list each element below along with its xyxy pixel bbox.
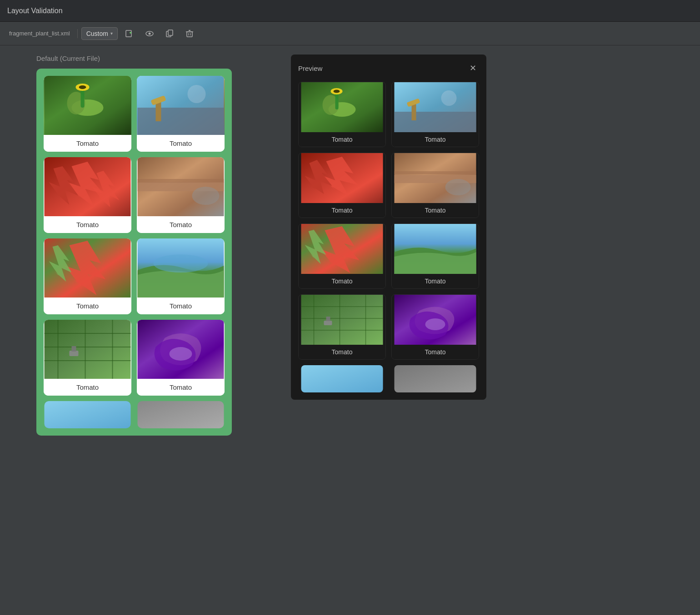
svg-rect-78 (324, 321, 332, 325)
svg-rect-65 (395, 171, 476, 174)
preview-partial-card (391, 365, 479, 392)
main-content: Default (Current File) (0, 45, 700, 615)
preview-close-button[interactable]: ✕ (466, 62, 479, 74)
telescope-image (137, 76, 225, 135)
preview-card-image (299, 224, 385, 274)
toolbar-divider (77, 29, 78, 38)
svg-rect-71 (301, 295, 383, 345)
svg-rect-29 (138, 179, 224, 183)
eye-button[interactable] (141, 26, 158, 41)
plant-card-label: Tomato (44, 298, 131, 314)
left-panel: Default (Current File) (36, 55, 273, 606)
plant-card-image (137, 238, 225, 298)
svg-point-59 (441, 90, 457, 106)
plant-card-image (137, 157, 225, 216)
plant-card-label: Tomato (44, 379, 131, 396)
preview-title: Preview (298, 64, 322, 72)
svg-rect-79 (326, 317, 330, 321)
plant-card-image (137, 320, 225, 379)
plant-card-label: Tomato (137, 298, 225, 314)
preview-card: Tomato (391, 223, 479, 289)
preview-card-image (392, 295, 479, 345)
delete-button[interactable] (181, 26, 198, 41)
plant-card-image (44, 76, 131, 135)
preview-card-label: Tomato (392, 345, 479, 359)
trash-icon (185, 29, 194, 38)
title-bar: Layout Validation (0, 0, 700, 22)
redleaves-image (44, 157, 131, 216)
partial-cards-row (44, 401, 225, 428)
plant-card: Tomato (44, 76, 131, 152)
purple-image (137, 320, 225, 379)
preview-card-image (392, 224, 479, 274)
plant-card-image (44, 157, 131, 216)
preview-card: Tomato (391, 82, 479, 147)
svg-point-35 (154, 254, 208, 273)
preview-card: Tomato (298, 223, 386, 289)
add-config-button[interactable] (121, 26, 138, 41)
preview-card-label: Tomato (299, 345, 385, 359)
plant-card-label: Tomato (137, 379, 225, 396)
plant-card-image (137, 76, 225, 135)
toolbar: fragment_plant_list.xml Custom ▾ (0, 22, 700, 45)
plant-card: Tomato (44, 238, 131, 314)
preview-aerial-image (299, 295, 385, 345)
eye-icon (145, 29, 154, 38)
preview-card: Tomato (298, 153, 386, 218)
plant-card-label: Tomato (137, 216, 225, 233)
right-panel: Preview ✕ (291, 55, 486, 606)
svg-rect-6 (168, 30, 173, 35)
preview-caterpillar-image (299, 82, 385, 132)
preview-card-label: Tomato (299, 274, 385, 288)
partial-image-1 (44, 401, 131, 428)
preview-woodblur-image (392, 153, 479, 203)
chevron-down-icon: ▾ (110, 31, 113, 36)
svg-point-30 (192, 187, 220, 205)
plant-card-image (44, 238, 131, 298)
plant-grid: Tomato (44, 76, 225, 396)
preview-card-image (299, 153, 385, 203)
preview-redleaves2-image (299, 224, 385, 274)
woodblur-image (137, 157, 225, 216)
aerial-image (44, 320, 131, 379)
app-title: Layout Validation (7, 7, 63, 15)
svg-rect-36 (45, 320, 131, 379)
preview-card-label: Tomato (392, 132, 479, 147)
filename-label: fragment_plant_list.xml (5, 28, 74, 39)
caterpillar-image (44, 76, 131, 135)
svg-point-81 (425, 318, 445, 330)
preview-partial-image-1 (298, 365, 386, 392)
partial-card (137, 401, 225, 428)
preview-card-image (392, 153, 479, 203)
plant-card-label: Tomato (44, 135, 131, 152)
preview-card: Tomato (391, 153, 479, 218)
svg-point-4 (148, 32, 150, 35)
svg-point-22 (188, 85, 206, 103)
svg-rect-7 (187, 32, 192, 37)
svg-rect-48 (138, 401, 224, 428)
copy-icon (165, 29, 174, 38)
svg-rect-52 (335, 94, 339, 109)
preview-card-image (299, 82, 385, 132)
svg-point-46 (170, 347, 192, 361)
left-panel-title: Default (Current File) (36, 55, 273, 62)
dropdown-label: Custom (86, 30, 108, 37)
preview-card-label: Tomato (299, 203, 385, 218)
svg-rect-82 (301, 365, 383, 392)
preview-purple-image (392, 295, 479, 345)
custom-dropdown[interactable]: Custom ▾ (81, 27, 118, 40)
default-container: Tomato (36, 69, 232, 436)
plant-card: Tomato (44, 320, 131, 396)
preview-card-label: Tomato (392, 274, 479, 288)
preview-card: Tomato (298, 82, 386, 147)
svg-rect-19 (138, 108, 224, 135)
preview-card-image (392, 82, 479, 132)
plant-card: Tomato (44, 157, 131, 233)
plant-card: Tomato (137, 320, 225, 396)
preview-card-image (299, 295, 385, 345)
svg-rect-83 (395, 365, 476, 392)
plant-card-image (44, 320, 131, 379)
copy-button[interactable] (161, 26, 178, 41)
redleaves2-image (44, 238, 131, 298)
preview-coastline-image (392, 224, 479, 274)
